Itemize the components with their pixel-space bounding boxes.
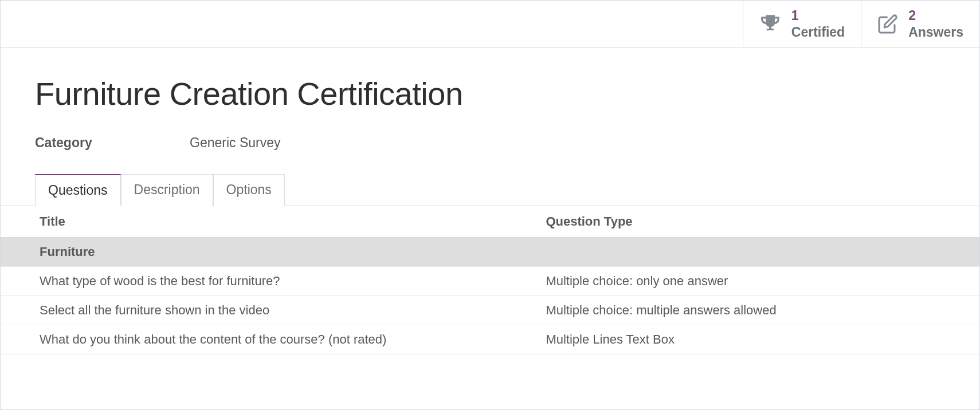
stat-bar: 1 Certified 2 Answers bbox=[1, 1, 979, 48]
questions-table-wrap: Title Question Type Furniture What type … bbox=[1, 206, 979, 354]
tab-bar: Questions Description Options bbox=[1, 174, 979, 206]
stat-certified-label: Certified bbox=[791, 24, 845, 41]
row-title: What type of wood is the best for furnit… bbox=[1, 267, 539, 296]
questions-table: Title Question Type Furniture What type … bbox=[1, 206, 979, 354]
trophy-icon bbox=[759, 13, 781, 35]
col-header-title[interactable]: Title bbox=[1, 206, 539, 238]
stat-certified[interactable]: 1 Certified bbox=[743, 1, 861, 47]
category-label: Category bbox=[35, 135, 190, 151]
stat-certified-count: 1 bbox=[791, 7, 845, 24]
stat-certified-text: 1 Certified bbox=[791, 7, 845, 41]
row-title: Select all the furniture shown in the vi… bbox=[1, 296, 539, 325]
tab-options[interactable]: Options bbox=[213, 174, 285, 206]
tab-questions[interactable]: Questions bbox=[35, 174, 121, 206]
row-type: Multiple choice: multiple answers allowe… bbox=[539, 296, 979, 325]
stat-answers-count: 2 bbox=[908, 7, 963, 24]
table-row[interactable]: Select all the furniture shown in the vi… bbox=[1, 296, 979, 325]
stat-answers[interactable]: 2 Answers bbox=[861, 1, 979, 47]
table-section-row[interactable]: Furniture bbox=[1, 238, 979, 267]
tab-description[interactable]: Description bbox=[121, 174, 213, 206]
stat-answers-label: Answers bbox=[908, 24, 963, 41]
page-title: Furniture Creation Certification bbox=[35, 75, 945, 112]
table-row[interactable]: What do you think about the content of t… bbox=[1, 325, 979, 354]
stat-answers-text: 2 Answers bbox=[908, 7, 963, 41]
form-sheet: 1 Certified 2 Answers Furniture Creation… bbox=[0, 0, 980, 410]
col-header-type[interactable]: Question Type bbox=[539, 206, 979, 238]
table-row[interactable]: What type of wood is the best for furnit… bbox=[1, 267, 979, 296]
table-header-row: Title Question Type bbox=[1, 206, 979, 238]
row-type: Multiple choice: only one answer bbox=[539, 267, 979, 296]
form-content: Furniture Creation Certification Categor… bbox=[1, 48, 979, 354]
row-title: What do you think about the content of t… bbox=[1, 325, 539, 354]
section-title: Furniture bbox=[1, 238, 979, 267]
category-field: Category Generic Survey bbox=[35, 135, 945, 151]
pencil-square-icon bbox=[877, 14, 898, 34]
category-value[interactable]: Generic Survey bbox=[190, 135, 281, 151]
row-type: Multiple Lines Text Box bbox=[539, 325, 979, 354]
